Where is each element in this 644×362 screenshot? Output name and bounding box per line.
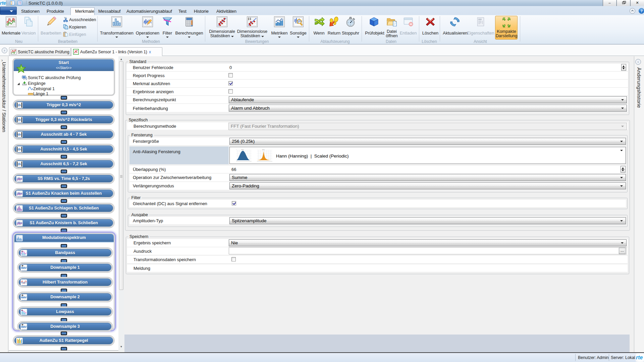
svg-text:Hann: Hann [241,149,244,150]
svg-text:Hann: Hann [262,149,265,150]
svg-text:[-]: [-] [248,17,251,20]
